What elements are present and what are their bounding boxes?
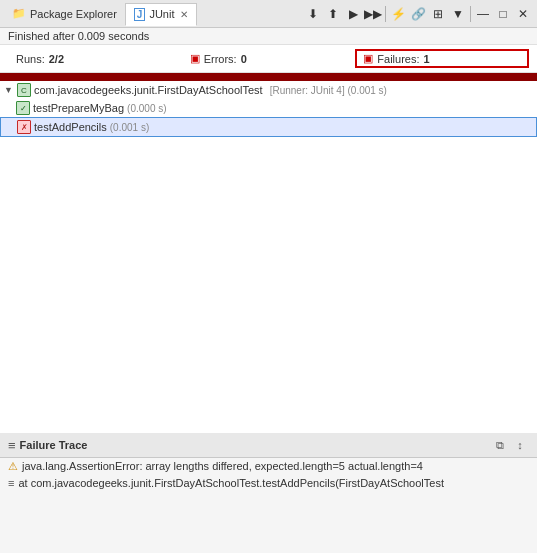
toolbar-close[interactable]: ✕ [513,4,533,24]
tab-package-explorer-label: Package Explorer [30,8,117,20]
stat-runs: Runs: 2/2 [8,51,182,67]
trace-text-0: java.lang.AssertionError: array lengths … [22,460,423,472]
app-window: 📁 Package Explorer J JUnit ✕ ⬇ ⬆ ▶ ▶▶ ⚡ … [0,0,537,553]
toolbar-next-failure[interactable]: ⬇ [303,4,323,24]
failures-value: 1 [424,53,430,65]
status-bar: Finished after 0.009 seconds [0,28,537,45]
failure-trace-title: Failure Trace [20,439,487,451]
test-tree[interactable]: ▼ C com.javacodegeeks.junit.FirstDayAtSc… [0,81,537,433]
tab-junit[interactable]: J JUnit ✕ [125,3,198,26]
stack-icon: ≡ [8,477,14,489]
stats-row: Runs: 2/2 ▣ Errors: 0 ▣ Failures: 1 [0,45,537,73]
tree-item-root[interactable]: ▼ C com.javacodegeeks.junit.FirstDayAtSc… [0,81,537,99]
tree-label-test2: testAddPencils [34,121,107,133]
tree-item-test2[interactable]: ✗ testAddPencils (0.001 s) [0,117,537,137]
toolbar-rerun[interactable]: ▶ [343,4,363,24]
tree-extra-test1: (0.000 s) [127,103,166,114]
progress-bar-container [0,73,537,81]
toolbar-minimize[interactable]: — [473,4,493,24]
package-icon: 📁 [12,7,26,20]
tab-junit-close[interactable]: ✕ [180,9,188,20]
warning-icon: ⚠ [8,460,18,473]
tab-junit-label: JUnit [149,8,174,20]
bottom-panel-header: ≡ Failure Trace ⧉ ↕ [0,433,537,458]
class-icon-root: C [17,83,31,97]
trace-btn-copy[interactable]: ⧉ [491,436,509,454]
junit-icon: J [134,8,146,21]
trace-line-1: ≡ at com.javacodegeeks.junit.FirstDayAtS… [0,475,537,491]
tree-label-test1: testPrepareMyBag [33,102,124,114]
stat-errors: ▣ Errors: 0 [182,50,356,67]
bottom-panel: ≡ Failure Trace ⧉ ↕ ⚠ java.lang.Assertio… [0,433,537,553]
failures-label: Failures: [377,53,419,65]
trace-text-1: at com.javacodegeeks.junit.FirstDayAtSch… [18,477,444,489]
hamburger-icon: ≡ [8,438,16,453]
tree-label-root: com.javacodegeeks.junit.FirstDayAtSchool… [34,84,263,96]
toolbar-prev-failure[interactable]: ⬆ [323,4,343,24]
errors-label: Errors: [204,53,237,65]
runs-value: 2/2 [49,53,64,65]
toolbar-maximize[interactable]: □ [493,4,513,24]
sep2 [470,6,471,22]
failure-icon: ▣ [363,52,373,65]
test-fail-icon: ✗ [17,120,31,134]
tree-item-test1[interactable]: ✓ testPrepareMyBag (0.000 s) [0,99,537,117]
status-message: Finished after 0.009 seconds [8,30,149,42]
error-icon: ▣ [190,52,200,65]
trace-line-0: ⚠ java.lang.AssertionError: array length… [0,458,537,475]
toolbar-link[interactable]: 🔗 [408,4,428,24]
test-ok-icon: ✓ [16,101,30,115]
progress-bar-fill [0,73,537,81]
tab-package-explorer[interactable]: 📁 Package Explorer [4,3,125,24]
toolbar-view-menu[interactable]: ⊞ [428,4,448,24]
tab-bar: 📁 Package Explorer J JUnit ✕ ⬇ ⬆ ▶ ▶▶ ⚡ … [0,0,537,28]
bottom-toolbar: ⧉ ↕ [491,436,529,454]
errors-value: 0 [241,53,247,65]
tree-extra-root: [Runner: JUnit 4] (0.001 s) [270,85,387,96]
toolbar-dropdown[interactable]: ▼ [448,4,468,24]
toolbar-rerun-failed[interactable]: ▶▶ [363,4,383,24]
toolbar-history[interactable]: ⚡ [388,4,408,24]
trace-btn-expand[interactable]: ↕ [511,436,529,454]
sep1 [385,6,386,22]
tree-arrow-root: ▼ [4,85,14,95]
stat-failures: ▣ Failures: 1 [355,49,529,68]
main-content: Finished after 0.009 seconds Runs: 2/2 ▣… [0,28,537,553]
tree-extra-test2: (0.001 s) [110,122,149,133]
runs-label: Runs: [16,53,45,65]
